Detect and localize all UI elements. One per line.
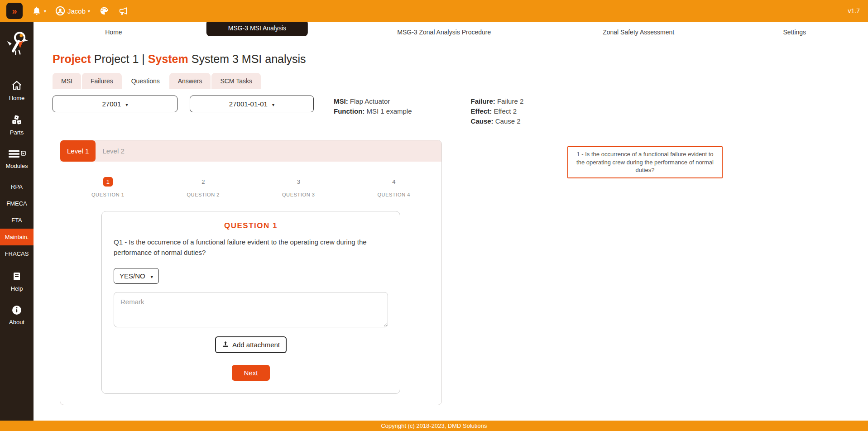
question-text: Q1 - Is the occurrence of a functional f… <box>114 237 388 258</box>
step-number: 4 <box>389 177 398 187</box>
answer-select[interactable]: YES/NO ▾ <box>114 268 159 284</box>
function-label: Function: <box>334 107 364 115</box>
menu-bars-icon <box>0 148 34 161</box>
nav-item-home[interactable]: Home <box>105 29 122 36</box>
app-version: v1.7 <box>848 7 860 14</box>
sidebar: Home Parts Modules RPA FMECA <box>0 22 34 421</box>
msi-value: Flap Actuator <box>350 97 390 105</box>
app-logo-bird-icon <box>5 30 29 58</box>
step-number: 3 <box>294 177 303 187</box>
stepper-question-4[interactable]: 4 QUESTION 4 <box>346 177 442 197</box>
sidebar-item-label: Home <box>9 95 25 101</box>
sidebar-item-about[interactable]: About <box>0 301 34 329</box>
stepper-question-3[interactable]: 3 QUESTION 3 <box>251 177 346 197</box>
announcements-button[interactable] <box>118 6 128 16</box>
tab-scm-tasks[interactable]: SCM Tasks <box>211 73 261 89</box>
sidebar-item-help[interactable]: Help <box>0 268 34 296</box>
project-label: Project <box>53 53 91 65</box>
answer-value: YES/NO <box>120 272 145 280</box>
sidebar-item-label: FTA <box>11 217 22 224</box>
bell-icon <box>32 6 42 16</box>
sidebar-item-fmeca[interactable]: FMECA <box>0 195 34 212</box>
question-hint-box: 1 - Is the occurrence of a functional fa… <box>567 146 723 178</box>
stepper-question-2[interactable]: 2 QUESTION 2 <box>156 177 251 197</box>
topbar: » ▾ Jacob ▾ v1.7 <box>0 0 868 22</box>
remark-textarea[interactable] <box>114 292 388 327</box>
next-button[interactable]: Next <box>232 365 270 381</box>
copyright-text: Copyright (c) 2018-2023, DMD Solutions <box>381 422 487 429</box>
user-avatar-icon <box>55 6 65 16</box>
page-title: Project Project 1 | System System 3 MSI … <box>53 53 868 66</box>
sidebar-item-label: FRACAS <box>5 250 29 257</box>
step-label: QUESTION 3 <box>251 192 346 197</box>
palette-icon <box>99 6 109 16</box>
cause-value: Cause 2 <box>495 117 521 125</box>
tab-failures[interactable]: Failures <box>82 73 122 89</box>
chevron-down-icon: ▾ <box>88 9 90 14</box>
cause-label: Cause: <box>471 117 494 125</box>
failure-code-value: 27001-01-01 <box>229 100 268 108</box>
sidebar-item-rpa[interactable]: RPA <box>0 178 34 195</box>
megaphone-icon <box>118 6 128 16</box>
chevron-down-icon: ▾ <box>44 9 46 14</box>
sidebar-item-modules[interactable]: Modules <box>0 145 34 173</box>
sidebar-item-label: Maintain. <box>5 234 29 240</box>
main-content: Home MSG-3 MSI Analysis MSG-3 Zonal Anal… <box>34 22 868 421</box>
nav-item-msg3-zonal-analysis[interactable]: MSG-3 Zonal Analysis Procedure <box>397 29 491 36</box>
system-value: System 3 MSI analysis <box>192 53 306 65</box>
step-number: 2 <box>198 177 208 187</box>
user-menu[interactable]: Jacob ▾ <box>55 6 90 16</box>
step-label: QUESTION 2 <box>156 192 251 197</box>
user-name: Jacob <box>67 7 86 15</box>
theme-button[interactable] <box>99 6 109 16</box>
add-attachment-label: Add attachment <box>232 341 280 349</box>
sidebar-item-fta[interactable]: FTA <box>0 212 34 229</box>
sidebar-item-fracas[interactable]: FRACAS <box>0 245 34 262</box>
system-label: System <box>148 53 188 65</box>
msi-number-value: 27001 <box>102 100 121 108</box>
questions-panel: Level 1 Level 2 1 QUESTION 1 2 QUESTION … <box>60 140 442 405</box>
tab-questions[interactable]: Questions <box>123 73 168 89</box>
failure-label: Failure: <box>471 97 495 105</box>
sidebar-item-maintain[interactable]: Maintain. <box>0 229 34 245</box>
notifications-menu[interactable]: ▾ <box>32 6 46 16</box>
stepper-question-1[interactable]: 1 QUESTION 1 <box>60 177 156 197</box>
step-number: 1 <box>103 177 113 187</box>
cubes-icon <box>0 114 34 127</box>
chevron-down-icon: ▾ <box>272 102 274 107</box>
add-attachment-button[interactable]: Add attachment <box>215 336 287 353</box>
top-nav: Home MSG-3 MSI Analysis MSG-3 Zonal Anal… <box>34 22 868 43</box>
sidebar-item-label: Parts <box>10 129 24 136</box>
chevron-down-icon: ▾ <box>151 274 153 279</box>
sidebar-item-label: Help <box>11 285 23 292</box>
tab-level-2[interactable]: Level 2 <box>96 140 131 162</box>
nav-item-settings[interactable]: Settings <box>783 29 806 36</box>
sidebar-item-parts[interactable]: Parts <box>0 110 34 139</box>
upload-icon <box>222 340 229 349</box>
app-window: » ▾ Jacob ▾ v1.7 <box>0 0 868 431</box>
failure-code-select[interactable]: 27001-01-01 ▾ <box>190 96 314 112</box>
tab-msi[interactable]: MSI <box>53 73 81 89</box>
analysis-tabs: MSI Failures Questions Answers SCM Tasks <box>53 73 868 89</box>
tab-level-1[interactable]: Level 1 <box>60 140 96 162</box>
book-icon <box>0 271 34 283</box>
footer: Copyright (c) 2018-2023, DMD Solutions <box>0 421 868 431</box>
chevron-down-icon: ▾ <box>125 102 128 107</box>
sidebar-item-label: Modules <box>5 163 28 169</box>
project-value: Project 1 <box>94 53 139 65</box>
effect-value: Effect 2 <box>494 107 517 115</box>
msi-info: MSI: Flap Actuator Function: MSI 1 examp… <box>334 96 412 116</box>
step-label: QUESTION 4 <box>346 192 442 197</box>
nav-item-zonal-safety[interactable]: Zonal Safety Assessment <box>603 29 674 36</box>
info-icon <box>0 305 34 317</box>
tab-answers[interactable]: Answers <box>169 73 211 89</box>
nav-item-msg3-msi-analysis[interactable]: MSG-3 MSI Analysis <box>206 22 308 36</box>
msi-number-select[interactable]: 27001 ▾ <box>53 96 177 112</box>
sidebar-collapse-button[interactable]: » <box>6 3 23 19</box>
level-tabs: Level 1 Level 2 <box>60 140 441 162</box>
title-separator: | <box>142 53 145 65</box>
function-value: MSI 1 example <box>367 107 412 115</box>
sidebar-item-home[interactable]: Home <box>0 76 34 105</box>
home-icon <box>0 80 34 93</box>
step-label: QUESTION 1 <box>60 192 156 197</box>
